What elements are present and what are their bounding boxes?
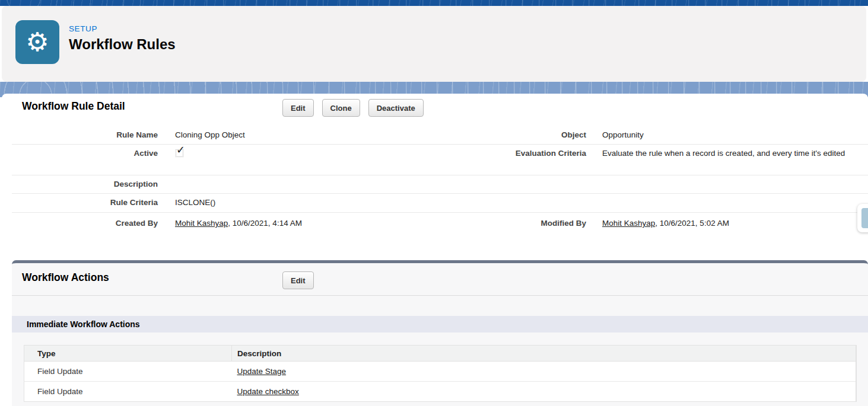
- detail-section-title: Workflow Rule Detail: [12, 100, 125, 112]
- table-row: Field Update Update Stage: [24, 362, 857, 382]
- content-card: Workflow Rule Detail Edit Clone Deactiva…: [2, 94, 868, 406]
- created-by-value: Mohit Kashyap, 10/6/2021, 4:14 AM: [165, 218, 426, 229]
- action-type-cell: Field Update: [24, 362, 232, 382]
- checkmark-icon: ✓: [176, 145, 185, 156]
- actions-edit-button[interactable]: Edit: [282, 271, 314, 289]
- setup-page-header: ⚙ SETUP Workflow Rules: [2, 6, 866, 82]
- table-row: Field Update Update checkbox: [24, 382, 857, 402]
- clone-button[interactable]: Clone: [322, 99, 360, 117]
- created-by-user-link[interactable]: Mohit Kashyap: [175, 219, 228, 228]
- deactivate-button[interactable]: Deactivate: [368, 99, 424, 117]
- object-label: Object: [426, 129, 590, 140]
- side-panel-toggle-button[interactable]: ‹: [857, 204, 868, 232]
- created-by-label: Created By: [12, 218, 165, 229]
- modified-by-value: Mohit Kashyap, 10/6/2021, 5:02 AM: [590, 218, 868, 229]
- gear-icon: ⚙: [26, 29, 49, 55]
- immediate-workflow-actions-bar: Immediate Workflow Actions: [12, 316, 868, 333]
- setup-gear-icon: ⚙: [15, 20, 59, 64]
- description-column-header: Description: [232, 346, 857, 362]
- detail-field-rows: Rule Name Cloning Opp Object Object Oppo…: [12, 126, 868, 234]
- rule-criteria-label: Rule Criteria: [12, 197, 165, 208]
- field-row-created-by: Created By Mohit Kashyap, 10/6/2021, 4:1…: [12, 213, 868, 234]
- field-row-rule-name: Rule Name Cloning Opp Object Object Oppo…: [12, 126, 868, 145]
- workflow-rule-detail-header: Workflow Rule Detail Edit Clone Deactiva…: [12, 94, 868, 122]
- created-by-datetime: , 10/6/2021, 4:14 AM: [228, 219, 302, 228]
- detail-button-group: Edit Clone Deactivate: [282, 99, 424, 117]
- page-title: Workflow Rules: [69, 36, 176, 53]
- modified-by-label: Modified By: [426, 218, 590, 229]
- description-label: Description: [12, 178, 165, 190]
- browser-top-strip: [0, 0, 868, 6]
- table-header-row: Type Description: [24, 346, 857, 362]
- immediate-workflow-actions-title: Immediate Workflow Actions: [27, 319, 140, 329]
- update-checkbox-link[interactable]: Update checkbox: [237, 387, 299, 396]
- field-row-description: Description: [12, 175, 868, 194]
- actions-table-wrap: Type Description Field Update Update Sta…: [12, 333, 868, 402]
- field-row-rule-criteria: Rule Criteria ISCLONE(): [12, 194, 868, 213]
- rule-criteria-value: ISCLONE(): [165, 197, 426, 208]
- field-row-active: Active ✓ Evaluation Criteria Evaluate th…: [12, 145, 868, 175]
- active-checkbox-checked: ✓: [176, 149, 183, 157]
- active-label: Active: [12, 148, 165, 159]
- evaluation-criteria-label: Evaluation Criteria: [426, 148, 590, 159]
- evaluation-criteria-value: Evaluate the rule when a record is creat…: [590, 148, 868, 159]
- rule-name-value: Cloning Opp Object: [165, 129, 426, 140]
- modified-by-user-link[interactable]: Mohit Kashyap: [602, 219, 655, 228]
- setup-eyebrow-label: SETUP: [69, 24, 176, 33]
- action-type-cell: Field Update: [24, 382, 232, 402]
- rule-name-label: Rule Name: [12, 129, 165, 140]
- immediate-actions-table: Type Description Field Update Update Sta…: [24, 345, 857, 402]
- modified-by-datetime: , 10/6/2021, 5:02 AM: [655, 219, 729, 228]
- update-stage-link[interactable]: Update Stage: [237, 367, 287, 376]
- object-value: Opportunity: [590, 129, 868, 140]
- workflow-actions-header: Workflow Actions Edit: [12, 263, 868, 296]
- workflow-actions-card: Workflow Actions Edit Immediate Workflow…: [12, 260, 868, 406]
- type-column-header: Type: [24, 346, 232, 362]
- chevron-left-icon: ‹: [861, 208, 868, 228]
- actions-section-title: Workflow Actions: [12, 271, 109, 283]
- edit-button[interactable]: Edit: [282, 99, 314, 117]
